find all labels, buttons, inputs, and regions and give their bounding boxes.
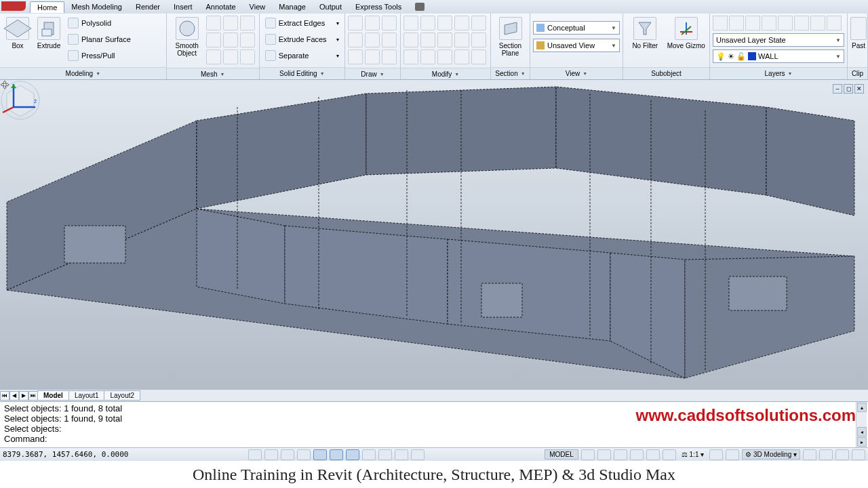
layout-nav-prev[interactable]: ◀ bbox=[9, 391, 19, 401]
modify-8[interactable] bbox=[437, 33, 452, 47]
layer-tool-6[interactable] bbox=[794, 16, 809, 30]
draw-7[interactable] bbox=[348, 49, 363, 64]
smooth-object-button[interactable]: Smooth Object bbox=[170, 16, 205, 59]
status-steering[interactable] bbox=[646, 449, 660, 460]
mesh-tool-8[interactable] bbox=[223, 49, 238, 64]
status-space[interactable]: MODEL bbox=[545, 449, 578, 460]
layout-nav-first[interactable]: ⏮ bbox=[0, 391, 9, 401]
presspull-button[interactable]: Press/Pull bbox=[65, 48, 134, 63]
extract-edges-button[interactable]: Extract Edges▾ bbox=[262, 16, 342, 30]
tab-model[interactable]: Model bbox=[37, 390, 69, 401]
draw-9[interactable] bbox=[382, 49, 397, 64]
layer-state-combo[interactable]: Unsaved Layer State▼ bbox=[713, 33, 844, 47]
status-osnap[interactable] bbox=[313, 449, 327, 460]
mesh-tool-9[interactable] bbox=[240, 49, 255, 64]
status-scale[interactable]: ⚖ 1:1 ▾ bbox=[679, 451, 707, 458]
menu-expand-icon[interactable] bbox=[415, 3, 425, 11]
status-zoom[interactable] bbox=[630, 449, 644, 460]
visual-style-combo[interactable]: Conceptual▼ bbox=[533, 21, 620, 35]
modify-1[interactable] bbox=[403, 16, 418, 30]
paste-button[interactable]: Past bbox=[850, 16, 867, 59]
section-plane-button[interactable]: Section Plane bbox=[494, 16, 527, 59]
menu-express-tools[interactable]: Express Tools bbox=[349, 1, 408, 12]
mesh-tool-6[interactable] bbox=[240, 33, 255, 47]
menu-render[interactable]: Render bbox=[129, 1, 167, 12]
modify-15[interactable] bbox=[471, 49, 486, 64]
status-snap[interactable] bbox=[248, 449, 262, 460]
panel-mesh-title[interactable]: Mesh▼ bbox=[167, 68, 259, 79]
menu-insert[interactable]: Insert bbox=[167, 1, 199, 12]
draw-6[interactable] bbox=[382, 33, 397, 47]
layer-tool-3[interactable] bbox=[745, 16, 760, 30]
layer-tool-2[interactable] bbox=[729, 16, 744, 30]
layer-tool-7[interactable] bbox=[810, 16, 825, 30]
status-qp[interactable] bbox=[411, 449, 425, 460]
panel-draw-title[interactable]: Draw▼ bbox=[345, 68, 400, 79]
layout-nav-next[interactable]: ▶ bbox=[19, 391, 28, 401]
layer-tool-5[interactable] bbox=[778, 16, 793, 30]
saved-view-combo[interactable]: Unsaved View▼ bbox=[533, 39, 620, 52]
mesh-tool-7[interactable] bbox=[206, 49, 221, 64]
status-btn-a[interactable] bbox=[581, 449, 595, 460]
cmd-prompt[interactable]: Command: bbox=[4, 434, 864, 444]
box-button[interactable]: Box bbox=[3, 16, 33, 59]
menu-output[interactable]: Output bbox=[313, 1, 349, 12]
menu-annotate[interactable]: Annotate bbox=[199, 1, 243, 12]
viewport-close[interactable]: ✕ bbox=[854, 84, 864, 94]
modify-3[interactable] bbox=[437, 16, 452, 30]
panel-solid-editing-title[interactable]: Solid Editing▼ bbox=[260, 67, 344, 79]
polysolid-button[interactable]: Polysolid bbox=[65, 16, 134, 30]
menu-view[interactable]: View bbox=[243, 1, 273, 12]
viewport-3d[interactable]: – ◻ ✕ z bbox=[0, 80, 868, 389]
modify-6[interactable] bbox=[403, 33, 418, 47]
modify-12[interactable] bbox=[420, 49, 435, 64]
status-workspace[interactable]: ⚙ 3D Modeling ▾ bbox=[742, 449, 800, 460]
tab-layout2[interactable]: Layout2 bbox=[104, 390, 140, 401]
move-gizmo-button[interactable]: Move Gizmo bbox=[666, 16, 707, 59]
modify-7[interactable] bbox=[420, 33, 435, 47]
modify-9[interactable] bbox=[454, 33, 469, 47]
status-3dosnap[interactable] bbox=[330, 449, 343, 460]
draw-8[interactable] bbox=[365, 49, 380, 64]
menu-manage[interactable]: Manage bbox=[272, 1, 313, 12]
draw-4[interactable] bbox=[348, 33, 363, 47]
extrude-faces-button[interactable]: Extrude Faces▾ bbox=[262, 32, 342, 47]
status-annovis[interactable] bbox=[726, 449, 739, 460]
status-ducs[interactable] bbox=[362, 449, 376, 460]
status-ortho[interactable] bbox=[281, 449, 294, 460]
panel-layers-title[interactable]: Layers▼ bbox=[710, 67, 847, 79]
draw-2[interactable] bbox=[365, 16, 380, 30]
cmd-scrollbar[interactable]: ▴ ◂ ▸ bbox=[856, 402, 867, 447]
status-hardware[interactable] bbox=[819, 449, 833, 460]
status-grid[interactable] bbox=[264, 449, 278, 460]
status-lock[interactable] bbox=[803, 449, 816, 460]
status-lwt[interactable] bbox=[395, 449, 408, 460]
mesh-tool-1[interactable] bbox=[206, 16, 221, 30]
draw-5[interactable] bbox=[365, 33, 380, 47]
modify-10[interactable] bbox=[471, 33, 486, 47]
extrude-button[interactable]: Extrude bbox=[34, 16, 64, 59]
panel-modify-title[interactable]: Modify▼ bbox=[401, 68, 490, 79]
status-clean[interactable] bbox=[852, 449, 865, 460]
app-icon[interactable] bbox=[1, 1, 26, 11]
draw-1[interactable] bbox=[348, 16, 363, 30]
mesh-tool-3[interactable] bbox=[240, 16, 255, 30]
status-showmotion[interactable] bbox=[663, 449, 676, 460]
mesh-tool-2[interactable] bbox=[223, 16, 238, 30]
cmd-scroll-right[interactable]: ▸ bbox=[857, 437, 867, 447]
menu-mesh-modeling[interactable]: Mesh Modeling bbox=[64, 1, 129, 12]
tab-layout1[interactable]: Layout1 bbox=[68, 390, 105, 401]
mesh-tool-4[interactable] bbox=[206, 33, 221, 47]
viewport-minimize[interactable]: – bbox=[833, 84, 842, 94]
modify-4[interactable] bbox=[454, 16, 469, 30]
modify-5[interactable] bbox=[471, 16, 486, 30]
status-otrack[interactable] bbox=[346, 449, 359, 460]
layer-combo[interactable]: 💡 ☀ 🔓 WALL ▼ bbox=[713, 49, 844, 63]
status-pan[interactable] bbox=[614, 449, 627, 460]
status-btn-b[interactable] bbox=[597, 449, 611, 460]
panel-section-title[interactable]: Section▼ bbox=[491, 67, 530, 79]
modify-14[interactable] bbox=[454, 49, 469, 64]
mesh-tool-5[interactable] bbox=[223, 33, 238, 47]
modify-13[interactable] bbox=[437, 49, 452, 64]
panel-modeling-title[interactable]: Modeling▼ bbox=[0, 67, 166, 79]
